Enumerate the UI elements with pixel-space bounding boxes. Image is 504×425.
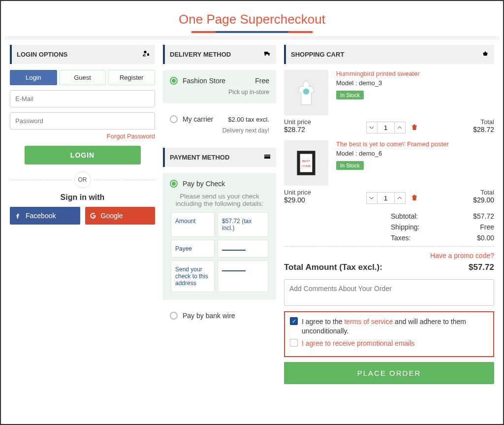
sign-in-with-label: Sign in with (10, 193, 155, 202)
radio-checked-icon[interactable] (170, 77, 178, 85)
qty-input[interactable] (378, 193, 394, 203)
promo-code-link[interactable]: Have a promo code? (284, 252, 494, 260)
pay-val: $57.72 (tax incl.) (218, 212, 268, 237)
or-label: OR (74, 171, 91, 188)
pay-key: Send your check to this address (171, 261, 215, 292)
radio-unchecked-icon[interactable] (170, 115, 178, 123)
delivery-payment-column: DELIVERY METHOD Fashion Store Free Pick … (163, 45, 276, 384)
basket-icon (481, 50, 489, 59)
item-title[interactable]: Hummingbird printed sweater (336, 70, 494, 77)
item-model: Model : demo_6 (336, 150, 494, 157)
item-title[interactable]: The best is yet to come\' Framed poster (336, 140, 494, 148)
divider-line (10, 180, 71, 180)
unit-price-label: Unit price (284, 118, 311, 126)
tab-guest[interactable]: Guest (59, 70, 106, 85)
truck-icon (263, 50, 271, 59)
delivery-option-note: Delivery next day! (170, 127, 269, 134)
svg-text:BEST: BEST (302, 159, 310, 163)
forgot-password-link[interactable]: Forgot Password (10, 132, 155, 140)
agreements-box: ✓ I agree to the terms of service and wi… (284, 311, 494, 357)
cart-item: BESTCOME The best is yet to come\' Frame… (284, 140, 494, 186)
delivery-option-price: Free (255, 77, 269, 85)
chevron-down-icon (369, 196, 374, 200)
pay-key: Payee (171, 240, 215, 258)
delivery-option-price: $2.00 tax excl. (228, 116, 269, 123)
login-header: LOGIN OPTIONS (10, 45, 155, 64)
taxes-label: Taxes: (391, 234, 410, 242)
total-label: Total (473, 118, 494, 126)
pay-key: Amount (171, 212, 215, 237)
payment-wire-label: Pay by bank wire (183, 312, 235, 320)
promo-emails-checkbox[interactable] (290, 339, 298, 347)
qty-input[interactable] (378, 122, 394, 133)
terms-checkbox[interactable]: ✓ (290, 317, 298, 325)
grand-total-value: $57.72 (469, 262, 494, 272)
tab-register[interactable]: Register (108, 70, 155, 85)
email-field[interactable] (10, 90, 155, 107)
stock-badge: In Stock (336, 91, 364, 99)
user-lock-icon (142, 50, 150, 59)
terms-text: I agree to the terms of service and will… (302, 317, 488, 336)
product-thumb: BESTCOME (284, 140, 328, 186)
title-underline (191, 31, 313, 33)
qty-decrease[interactable] (367, 193, 378, 203)
delivery-option-selected[interactable]: Fashion Store Free Pick up in-store (163, 70, 276, 103)
chevron-up-icon (397, 196, 402, 200)
password-field[interactable] (10, 112, 155, 130)
delivery-header-text: DELIVERY METHOD (170, 51, 231, 58)
payment-header: PAYMENT METHOD (163, 148, 276, 167)
page-title: One Page Supercheckout (5, 5, 499, 31)
facebook-login-button[interactable]: Facebook (10, 207, 80, 225)
quantity-stepper[interactable] (366, 192, 406, 204)
payment-option-check[interactable]: Pay by Check Please send us your check i… (163, 173, 276, 300)
line-total: $28.72 (473, 126, 494, 133)
google-label: Google (101, 212, 123, 220)
delivery-option-name: Fashion Store (183, 77, 225, 85)
payment-header-text: PAYMENT METHOD (170, 154, 229, 161)
order-comments[interactable] (284, 279, 494, 306)
google-icon (89, 212, 97, 220)
chevron-down-icon (369, 125, 374, 130)
login-button[interactable]: LOGIN (25, 146, 141, 164)
tab-login[interactable]: Login (10, 70, 57, 85)
shipping-label: Shipping: (391, 223, 419, 231)
login-header-text: LOGIN OPTIONS (17, 51, 67, 58)
pay-val (218, 240, 268, 258)
svg-point-1 (303, 89, 309, 95)
delivery-option[interactable]: My carrier $2.00 tax excl. Delivery next… (163, 110, 276, 139)
remove-item-button[interactable] (410, 193, 418, 203)
payment-option-wire[interactable]: Pay by bank wire (163, 307, 276, 325)
cart-column: SHOPPING CART Hummingbird printed sweate… (284, 45, 494, 384)
cart-item: Hummingbird printed sweater Model : demo… (284, 70, 494, 115)
payment-check-desc: Please send us your check including the … (172, 193, 267, 207)
item-model: Model : demo_3 (336, 79, 494, 87)
radio-unchecked-icon[interactable] (170, 312, 178, 320)
trash-icon (410, 193, 418, 202)
separator (5, 36, 499, 40)
login-column: LOGIN OPTIONS Login Guest Register Forgo… (10, 45, 155, 384)
stock-badge: In Stock (336, 161, 364, 170)
payment-check-label: Pay by Check (183, 180, 225, 188)
promo-emails-label: I agree to receive promotional emails (302, 339, 415, 348)
credit-card-icon (263, 153, 271, 162)
qty-decrease[interactable] (367, 122, 378, 133)
subtotal-label: Subtotal: (391, 212, 418, 220)
qty-increase[interactable] (394, 193, 405, 203)
shipping-value: Free (480, 223, 494, 231)
line-total: $29.00 (473, 196, 494, 204)
quantity-stepper[interactable] (366, 122, 406, 133)
product-thumb (284, 70, 328, 115)
chevron-up-icon (397, 125, 402, 130)
terms-of-service-link[interactable]: terms of service (344, 318, 393, 326)
radio-checked-icon[interactable] (170, 180, 178, 188)
unit-price: $29.00 (284, 196, 311, 204)
remove-item-button[interactable] (410, 123, 418, 133)
delivery-header: DELIVERY METHOD (163, 45, 276, 64)
qty-increase[interactable] (394, 122, 405, 133)
facebook-icon (14, 212, 22, 220)
unit-price: $28.72 (284, 126, 311, 133)
subtotal-value: $57.72 (473, 212, 494, 220)
place-order-button[interactable]: PLACE ORDER (284, 362, 494, 384)
divider-line (94, 180, 156, 180)
google-login-button[interactable]: Google (85, 207, 156, 225)
